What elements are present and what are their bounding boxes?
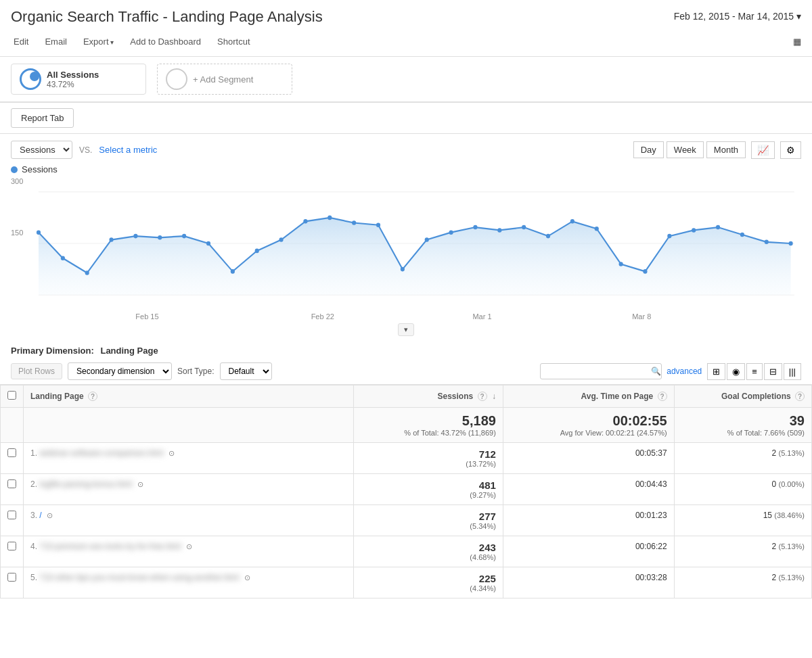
row-sessions: 277 (5.34%) <box>353 505 503 536</box>
table-search-input[interactable] <box>540 363 662 379</box>
report-tab-button[interactable]: Report Tab <box>11 108 74 128</box>
month-btn[interactable]: Month <box>706 141 746 158</box>
svg-point-18 <box>376 223 380 228</box>
external-link-icon[interactable]: ⊙ <box>244 573 250 582</box>
edit-button[interactable]: Edit <box>11 35 31 48</box>
row-checkbox[interactable] <box>7 542 16 550</box>
sessions-legend: Sessions <box>0 162 812 174</box>
svg-point-19 <box>401 267 405 272</box>
metric-select[interactable]: Sessions <box>11 141 72 159</box>
external-link-icon[interactable]: ⊙ <box>168 449 175 457</box>
primary-dimension-label: Primary Dimension: Landing Page <box>0 339 812 358</box>
col-sessions: Sessions ? ↓ <box>353 385 503 408</box>
all-sessions-segment[interactable]: All Sessions 43.72% <box>11 64 146 95</box>
total-goals: 39 % of Total: 7.66% (509) <box>674 408 811 443</box>
filter-view-btn[interactable]: ⊟ <box>764 363 782 380</box>
svg-point-7 <box>109 237 113 242</box>
row-goals: 0 (0.00%) <box>674 474 811 505</box>
row-sessions: 481 (9.27%) <box>353 474 503 505</box>
scroll-down-btn[interactable]: ▾ <box>398 323 414 336</box>
row-checkbox[interactable] <box>7 479 16 488</box>
external-link-icon[interactable]: ⊙ <box>137 480 143 488</box>
date-dropdown-icon: ▾ <box>796 11 801 22</box>
export-button[interactable]: Export <box>81 35 116 48</box>
svg-point-31 <box>692 228 696 233</box>
add-segment-label: + Add Segment <box>193 74 253 85</box>
row-checkbox[interactable] <box>7 511 16 519</box>
page-title: Organic Search Traffic - Landing Page An… <box>11 8 323 26</box>
bar-chart-btn[interactable]: ⚙ <box>780 141 801 159</box>
add-segment-circle-icon <box>166 68 187 90</box>
row-avg-time: 00:06:22 <box>503 536 674 567</box>
line-chart-btn[interactable]: 📈 <box>751 141 775 159</box>
row-sessions: 225 (4.34%) <box>353 567 503 598</box>
svg-point-28 <box>619 262 623 266</box>
data-table: Landing Page ? Sessions ? ↓ Avg. Time on… <box>0 385 812 598</box>
table-row: 2. logfile-parsing-bonus.html ⊙ 481 (9.2… <box>1 474 812 505</box>
svg-point-24 <box>522 225 526 230</box>
scroll-indicator: ▾ <box>0 321 812 339</box>
goals-help[interactable]: ? <box>795 392 805 401</box>
svg-point-16 <box>328 216 332 220</box>
landing-page-help[interactable]: ? <box>88 392 97 401</box>
y-axis-150: 150 <box>11 229 23 237</box>
y-axis-300: 300 <box>11 177 23 185</box>
row-page: 5. 710-other-tips-you-must-know-when-usi… <box>24 567 354 598</box>
svg-point-9 <box>158 235 162 240</box>
totals-row: 5,189 % of Total: 43.72% (11,869) 00:02:… <box>1 408 812 443</box>
svg-point-12 <box>231 269 235 274</box>
select-metric-link[interactable]: Select a metric <box>99 145 157 155</box>
add-segment-button[interactable]: + Add Segment <box>157 64 292 95</box>
total-avg-time: 00:02:55 Avg for View: 00:02:21 (24.57%) <box>503 408 674 443</box>
header-checkbox[interactable] <box>7 391 16 400</box>
svg-point-34 <box>765 240 769 245</box>
week-btn[interactable]: Week <box>667 141 704 158</box>
x-label-feb22: Feb 22 <box>243 312 403 321</box>
select-all-checkbox[interactable] <box>1 385 24 408</box>
avg-time-help[interactable]: ? <box>658 392 667 401</box>
secondary-dimension-select[interactable]: Secondary dimension <box>68 362 172 380</box>
plot-rows-button[interactable]: Plot Rows <box>11 363 62 379</box>
sessions-help[interactable]: ? <box>478 392 487 401</box>
total-label <box>24 408 354 443</box>
row-page: 1. webinar-software-comparison.html ⊙ <box>24 443 354 474</box>
svg-marker-3 <box>39 218 791 295</box>
table-row: 4. 710-premium-seo-tools-try-for-free.ht… <box>1 536 812 567</box>
row-goals: 2 (5.13%) <box>674 536 811 567</box>
svg-point-13 <box>255 249 259 254</box>
table-row: 3. / ⊙ 277 (5.34%) 00:01:23 15 (38.46%) <box>1 505 812 536</box>
svg-point-27 <box>595 227 599 231</box>
bar-view-btn[interactable]: ||| <box>784 363 801 380</box>
svg-point-32 <box>716 225 720 230</box>
svg-point-33 <box>740 233 744 237</box>
svg-point-14 <box>279 237 284 242</box>
svg-point-21 <box>449 230 453 235</box>
qr-icon: ▦ <box>793 37 801 47</box>
row-page: 3. / ⊙ <box>24 505 354 536</box>
external-link-icon[interactable]: ⊙ <box>47 511 53 519</box>
row-avg-time: 00:05:37 <box>503 443 674 474</box>
row-avg-time: 00:04:43 <box>503 474 674 505</box>
row-goals: 2 (5.13%) <box>674 567 811 598</box>
add-to-dashboard-button[interactable]: Add to Dashboard <box>127 35 204 48</box>
advanced-link[interactable]: advanced <box>667 367 702 376</box>
pie-view-btn[interactable]: ◉ <box>727 363 745 380</box>
svg-point-26 <box>570 219 574 224</box>
email-button[interactable]: Email <box>42 35 70 48</box>
date-range[interactable]: Feb 12, 2015 - Mar 14, 2015 ▾ <box>674 11 801 22</box>
day-btn[interactable]: Day <box>633 141 664 158</box>
external-link-icon[interactable]: ⊙ <box>186 542 192 550</box>
col-goal-completions: Goal Completions ? <box>674 385 811 408</box>
grid-view-btn[interactable]: ⊞ <box>707 363 725 380</box>
report-tab-bar: Report Tab <box>0 103 812 134</box>
shortcut-button[interactable]: Shortcut <box>215 35 252 48</box>
sort-type-select[interactable]: Default <box>220 362 272 380</box>
sessions-chart <box>11 177 801 310</box>
list-view-btn[interactable]: ≡ <box>746 363 763 380</box>
row-checkbox[interactable] <box>7 448 16 457</box>
row-checkbox[interactable] <box>7 573 16 582</box>
svg-point-10 <box>182 234 186 239</box>
col-landing-page: Landing Page ? <box>24 385 354 408</box>
table-controls: Plot Rows Secondary dimension Sort Type:… <box>0 358 812 385</box>
row-avg-time: 00:01:23 <box>503 505 674 536</box>
